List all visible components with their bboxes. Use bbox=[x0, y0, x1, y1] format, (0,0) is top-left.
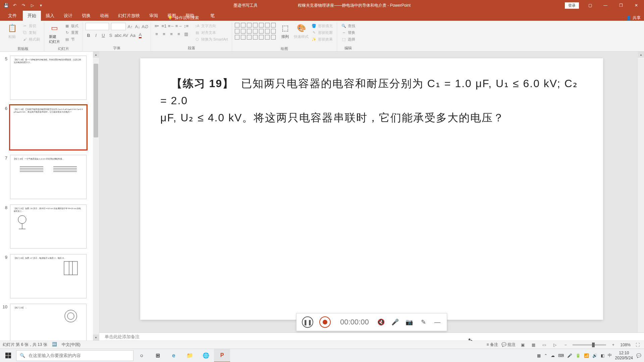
bold-button[interactable]: B bbox=[86, 32, 92, 38]
editor-scroll-up-icon[interactable]: ▲ bbox=[638, 52, 644, 58]
align-center-button[interactable]: ≡ bbox=[161, 31, 167, 37]
strikethrough-button[interactable]: abc bbox=[115, 32, 121, 38]
reading-view-button[interactable]: ▭ bbox=[540, 341, 548, 349]
thumbnails-scrollbar[interactable]: ▲ ▼ bbox=[93, 52, 99, 341]
volume-icon[interactable]: 🔊 bbox=[592, 353, 597, 358]
layout-button[interactable]: ▦版式 bbox=[63, 23, 80, 29]
tab-pen[interactable]: 笔 bbox=[206, 11, 219, 21]
ribbon-display-icon[interactable]: ▢ bbox=[582, 0, 598, 11]
arrange-button[interactable]: ⬚排列 bbox=[278, 23, 292, 45]
tray-expand-icon[interactable]: ⌃ bbox=[544, 353, 547, 358]
zoom-slider[interactable] bbox=[573, 344, 606, 346]
justify-button[interactable]: ≡ bbox=[176, 31, 182, 37]
char-spacing-button[interactable]: AV bbox=[122, 32, 128, 38]
task-view-button[interactable]: ⊞ bbox=[150, 349, 166, 362]
zoom-out-button[interactable]: − bbox=[562, 341, 569, 349]
section-button[interactable]: ▤节 bbox=[63, 36, 80, 42]
battery-icon[interactable]: 🔋 bbox=[576, 353, 581, 358]
bullets-button[interactable]: ≡• bbox=[154, 23, 160, 29]
font-color-button[interactable]: A bbox=[137, 32, 143, 38]
change-case-button[interactable]: Aa bbox=[130, 32, 136, 38]
notes-toggle[interactable]: ≡ 备注 bbox=[487, 342, 498, 348]
pen-button[interactable]: ✎ bbox=[419, 318, 427, 326]
thumbnail-6[interactable]: 6 【练习 19】 已知两只电容器的电容和耐压分别为 C₁=1.0 μF,U₁≤… bbox=[1, 105, 95, 149]
clock[interactable]: 12:10 2020/5/24 bbox=[615, 351, 633, 360]
decrease-indent-button[interactable]: ≡← bbox=[168, 23, 174, 29]
align-right-button[interactable]: ≡ bbox=[168, 31, 174, 37]
font-family-combo[interactable] bbox=[86, 23, 109, 30]
shape-fill-button[interactable]: 🪣形状填充 bbox=[310, 23, 334, 29]
slideshow-view-button[interactable]: ▷ bbox=[551, 341, 558, 349]
taskbar-search[interactable]: 🔍 在这里输入你要搜索的内容 bbox=[16, 350, 133, 361]
scroll-up-icon[interactable]: ▲ bbox=[93, 52, 99, 58]
line-spacing-button[interactable]: ↕≡ bbox=[183, 23, 189, 29]
columns-button[interactable]: ▥ bbox=[183, 31, 189, 37]
ime-mode-icon[interactable]: ◧ bbox=[601, 353, 604, 358]
chrome-button[interactable]: 🌐 bbox=[198, 349, 214, 362]
notifications-icon[interactable]: 💬 bbox=[636, 353, 641, 358]
underline-button[interactable]: U bbox=[100, 32, 106, 38]
qat-dropdown-icon[interactable]: ▾ bbox=[38, 3, 44, 8]
find-button[interactable]: 🔍查找 bbox=[340, 23, 357, 29]
tab-transitions[interactable]: 切换 bbox=[77, 11, 95, 21]
shape-outline-button[interactable]: ✎形状轮廓 bbox=[310, 29, 334, 36]
mic-tray-icon[interactable]: 🎤 bbox=[567, 353, 572, 358]
ime-pad-icon[interactable]: ▦ bbox=[537, 353, 541, 358]
fit-to-window-button[interactable]: ⛶ bbox=[634, 341, 641, 349]
login-button[interactable]: 登录 bbox=[565, 2, 579, 9]
reset-button[interactable]: ↻重置 bbox=[63, 29, 80, 36]
tab-animations[interactable]: 动画 bbox=[95, 11, 113, 21]
grow-font-icon[interactable]: A↑ bbox=[127, 23, 133, 29]
normal-view-button[interactable]: ▣ bbox=[519, 341, 526, 349]
thumbnail-7[interactable]: 7 【练习 20】 一空气电容器由 1,2,3,4 四块薄金属板构成... bbox=[1, 155, 95, 199]
new-slide-button[interactable]: ▭ 新建 幻灯片 bbox=[47, 23, 62, 45]
ime-language[interactable]: 中 bbox=[608, 353, 612, 358]
shapes-gallery[interactable] bbox=[235, 23, 276, 45]
tab-slideshow[interactable]: 幻灯片放映 bbox=[113, 11, 145, 21]
undo-icon[interactable]: ↶ bbox=[12, 3, 17, 8]
close-button[interactable]: ✕ bbox=[629, 0, 644, 11]
thumbnail-9[interactable]: 9 【练习 22】 如图 .17 所示，电源电压 U,电容 C，电阻 R... bbox=[1, 254, 95, 298]
scroll-down-icon[interactable]: ▼ bbox=[93, 335, 99, 341]
increase-indent-button[interactable]: ≡→ bbox=[176, 23, 182, 29]
paste-button[interactable]: 📋 粘贴 bbox=[5, 23, 19, 45]
tell-me-search[interactable]: 💡 操作说明搜索 bbox=[168, 15, 199, 21]
align-left-button[interactable]: ≡ bbox=[154, 31, 160, 37]
mic-button[interactable]: 🎤 bbox=[391, 318, 399, 326]
editor-scrollbar[interactable]: ▲ bbox=[638, 52, 644, 333]
zoom-in-button[interactable]: + bbox=[609, 341, 617, 349]
numbering-button[interactable]: ≡1 bbox=[161, 23, 167, 29]
minimize-button[interactable]: — bbox=[598, 0, 613, 11]
tab-home[interactable]: 开始 bbox=[23, 11, 41, 21]
bluetooth-icon[interactable]: ⌨ bbox=[558, 353, 564, 358]
slide-canvas[interactable]: 【练习 19】 已知两只电容器的电容和耐压分别为 C₁ = 1.0 μF, U₁… bbox=[140, 58, 603, 320]
start-button[interactable] bbox=[0, 349, 16, 362]
redo-icon[interactable]: ↷ bbox=[21, 3, 26, 8]
sorter-view-button[interactable]: ▦ bbox=[530, 341, 537, 349]
shape-effects-button[interactable]: ✨形状效果 bbox=[310, 36, 334, 42]
text-direction-button[interactable]: ↕A文字方向 bbox=[193, 23, 229, 29]
thumbnail-5[interactable]: 5 【练习 18】 设一个静电场中的电场线...导体表面的电荷的面密度，以及它附… bbox=[1, 56, 95, 100]
format-painter-button[interactable]: 🖌格式刷 bbox=[21, 36, 41, 42]
font-size-combo[interactable] bbox=[111, 23, 126, 30]
powerpoint-button[interactable]: P bbox=[214, 349, 230, 362]
language-indicator[interactable]: 中文(中国) bbox=[62, 342, 80, 348]
copy-button[interactable]: ⿻复制 bbox=[21, 29, 41, 36]
spell-check-icon[interactable]: 🔤 bbox=[52, 342, 57, 348]
convert-smartart-button[interactable]: ⬡转换为 SmartArt bbox=[193, 36, 229, 42]
edge-button[interactable]: e bbox=[166, 349, 182, 362]
shadow-button[interactable]: S bbox=[108, 32, 114, 38]
italic-button[interactable]: I bbox=[93, 32, 99, 38]
zoom-level[interactable]: 108% bbox=[620, 343, 631, 347]
cortana-button[interactable]: ○ bbox=[133, 349, 150, 362]
thumbnail-8[interactable]: 8 【练习 21】 如图 .16 所示，两半径 r=10 cm 的金属球放于中 … bbox=[1, 204, 95, 249]
mute-button[interactable]: 🔇 bbox=[377, 318, 385, 326]
maximize-button[interactable]: ❐ bbox=[613, 0, 629, 11]
save-icon[interactable]: 💾 bbox=[3, 3, 9, 8]
replace-button[interactable]: ↔替换 bbox=[340, 29, 357, 36]
thumbnail-10[interactable]: 10 【练习 23】 ... bbox=[1, 304, 95, 341]
tab-insert[interactable]: 插入 bbox=[41, 11, 59, 21]
align-text-button[interactable]: ▤对齐文本 bbox=[193, 29, 229, 36]
tab-review[interactable]: 审阅 bbox=[145, 11, 163, 21]
quick-styles-button[interactable]: 🎨快速样式 bbox=[294, 23, 309, 45]
